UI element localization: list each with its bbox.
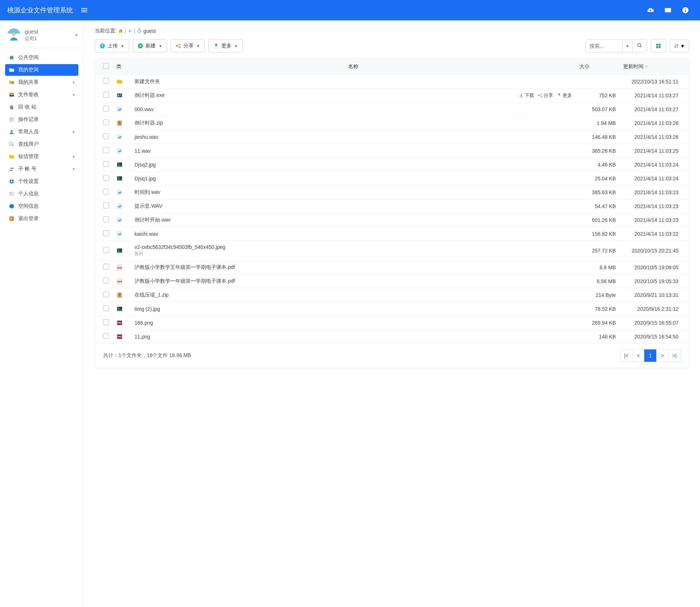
row-checkbox[interactable]	[103, 216, 109, 222]
row-checkbox[interactable]	[103, 264, 109, 270]
search-input[interactable]	[586, 40, 622, 52]
row-checkbox[interactable]	[103, 120, 109, 125]
row-checkbox[interactable]	[103, 291, 109, 297]
sidebar-item-0[interactable]: 公共空间	[5, 52, 78, 63]
page-first-button[interactable]: |<	[620, 349, 633, 362]
table-row[interactable]: 倒计时器.zip下载分享更多1.94 MB2021/4/14 11:03:26	[95, 116, 689, 130]
search-button[interactable]	[632, 40, 647, 52]
row-checkbox[interactable]	[103, 203, 109, 208]
menu-toggle-icon[interactable]	[80, 6, 88, 14]
cloud-download-icon[interactable]	[647, 7, 654, 14]
sidebar-item-3[interactable]: 文件签收▼	[5, 89, 78, 101]
file-name[interactable]: 倒计时开始.wav	[135, 217, 171, 223]
file-name[interactable]: 000.wav	[135, 106, 153, 112]
row-checkbox[interactable]	[103, 230, 109, 236]
column-size[interactable]: 大小	[576, 59, 619, 75]
sidebar-item-12[interactable]: 空间信息	[5, 200, 78, 212]
table-row[interactable]: jieshu.wav下载分享更多146.48 KB2021/4/14 11:03…	[95, 130, 689, 144]
page-prev-button[interactable]: <	[632, 349, 645, 362]
upload-button[interactable]: 上传▼	[95, 39, 129, 52]
row-checkbox[interactable]	[103, 106, 109, 111]
row-checkbox[interactable]	[103, 78, 109, 84]
file-name[interactable]: Djsq2.jpg	[135, 162, 156, 168]
sidebar-item-7[interactable]: 查找用户	[5, 138, 78, 150]
table-row[interactable]: 提示音.WAV下载分享更多54.47 KB2021/4/14 11:03:23	[95, 199, 689, 213]
sort-button[interactable]: ▼	[670, 39, 689, 52]
file-name[interactable]: kaishi.wav	[135, 231, 158, 237]
home-icon[interactable]	[118, 28, 123, 34]
sidebar-item-10[interactable]: 个性设置	[5, 176, 78, 187]
file-name[interactable]: 166.png	[135, 320, 153, 326]
back-icon[interactable]	[128, 28, 133, 34]
page-next-button[interactable]: >	[656, 349, 669, 362]
share-button[interactable]: 分享▼	[171, 39, 205, 52]
table-row[interactable]: timg (2).jpg下载分享更多78.52 KB2020/9/16 2:31…	[95, 302, 689, 316]
table-row[interactable]: kaishi.wav下载分享更多156.82 KB2021/4/14 11:03…	[95, 227, 689, 241]
table-row[interactable]: 11.wav下载分享更多365.26 KB2021/4/14 11:03:25	[95, 144, 689, 158]
page-number-button[interactable]: 1	[644, 349, 657, 362]
more-button[interactable]: 更多▼	[209, 39, 243, 52]
table-row[interactable]: 倒计时器.exe下载分享更多752 KB2021/4/14 11:03:27	[95, 89, 689, 102]
sidebar-item-8[interactable]: 短信管理▼	[5, 151, 78, 162]
user-block[interactable]: guest 公司1 ▾	[0, 25, 83, 48]
table-row[interactable]: PDF沪教版小学数学五年级第一学期电子课本.pdf下载分享更多6.8 MB202…	[95, 261, 689, 274]
file-name[interactable]: 时间到.wav	[135, 189, 160, 195]
table-row[interactable]: PNG166.png下载分享更多269.94 KB2020/9/15 16:55…	[95, 316, 689, 330]
file-name[interactable]: v2-cebc5632f34c94503fb_540x450.jpeg	[135, 244, 225, 250]
row-download-button[interactable]: 下载	[519, 92, 534, 99]
file-name[interactable]: 沪教版小学数学五年级第一学期电子课本.pdf	[135, 264, 235, 270]
file-name[interactable]: 11.png	[135, 334, 150, 340]
breadcrumb-current[interactable]: guest	[143, 28, 156, 34]
row-checkbox[interactable]	[103, 305, 109, 311]
file-name[interactable]: 提示音.WAV	[135, 203, 162, 209]
table-row[interactable]: 在线压缩_1.zip下载分享更多214 Byte2020/9/21 10:13:…	[95, 288, 689, 302]
table-row[interactable]: Djsq1.jpg下载分享更多25.04 KB2021/4/14 11:03:2…	[95, 172, 689, 185]
row-checkbox[interactable]	[103, 333, 109, 339]
sidebar-item-1[interactable]: 我的空间	[5, 64, 78, 76]
sidebar-item-9[interactable]: 子 帐 号▼	[5, 163, 78, 175]
mail-icon[interactable]	[664, 7, 672, 14]
file-name[interactable]: 倒计时器.zip	[135, 120, 163, 126]
row-checkbox[interactable]	[103, 189, 109, 195]
row-checkbox[interactable]	[103, 247, 109, 253]
file-name[interactable]: 倒计时器.exe	[135, 92, 164, 98]
row-share-button[interactable]: 分享	[538, 92, 553, 99]
table-row[interactable]: 倒计时开始.wav下载分享更多601.26 KB2021/4/14 11:03:…	[95, 213, 689, 227]
file-name[interactable]: timg (2).jpg	[135, 306, 160, 312]
row-checkbox[interactable]	[103, 175, 109, 181]
new-button[interactable]: 新建▼	[133, 39, 167, 52]
row-checkbox[interactable]	[103, 147, 109, 153]
file-name[interactable]: 11.wav	[135, 148, 151, 154]
table-row[interactable]: PNG11.png下载分享更多148 KB2020/9/15 16:54:50	[95, 330, 689, 344]
search-options-button[interactable]: ▼	[622, 40, 632, 52]
row-checkbox[interactable]	[103, 319, 109, 325]
sidebar-item-6[interactable]: 常用人员▼	[5, 126, 78, 138]
file-name[interactable]: Djsq1.jpg	[135, 176, 156, 181]
table-row[interactable]: 新建文件夹下载分享更多2022/10/13 16:51:11	[95, 75, 689, 89]
sidebar-item-13[interactable]: 退出登录	[5, 213, 78, 224]
column-time[interactable]: 更新时间 ▽	[619, 59, 689, 75]
sidebar-item-11[interactable]: 个人信息	[5, 188, 78, 200]
table-row[interactable]: 000.wav下载分享更多503.07 KB2021/4/14 11:03:27	[95, 102, 689, 116]
refresh-icon[interactable]	[137, 28, 142, 34]
table-row[interactable]: v2-cebc5632f34c94503fb_540x450.jpeg医药下载分…	[95, 241, 689, 261]
select-all-checkbox[interactable]	[103, 63, 109, 69]
page-last-button[interactable]: >|	[668, 349, 681, 362]
table-row[interactable]: 时间到.wav下载分享更多385.93 KB2021/4/14 11:03:23	[95, 185, 689, 199]
row-checkbox[interactable]	[103, 278, 109, 283]
column-type[interactable]: 类	[113, 59, 131, 75]
file-name[interactable]: 新建文件夹	[135, 78, 160, 84]
sidebar-item-2[interactable]: 我的共享▼	[5, 77, 78, 88]
table-row[interactable]: Djsq2.jpg下载分享更多4.46 KB2021/4/14 11:03:24	[95, 158, 689, 172]
row-checkbox[interactable]	[103, 133, 109, 139]
file-name[interactable]: 沪教版小学数学一年级第一学期电子课本.pdf	[135, 278, 235, 284]
row-checkbox[interactable]	[103, 92, 109, 98]
row-more-button[interactable]: 更多	[557, 92, 572, 99]
column-name[interactable]: 名称	[131, 59, 576, 75]
sidebar-item-5[interactable]: 操作记录	[5, 114, 78, 125]
grid-view-button[interactable]	[651, 39, 666, 52]
file-name[interactable]: jieshu.wav	[135, 134, 158, 140]
file-name[interactable]: 在线压缩_1.zip	[135, 292, 168, 298]
info-icon[interactable]	[682, 7, 689, 14]
table-row[interactable]: PDF沪教版小学数学一年级第一学期电子课本.pdf下载分享更多6.56 MB20…	[95, 274, 689, 288]
